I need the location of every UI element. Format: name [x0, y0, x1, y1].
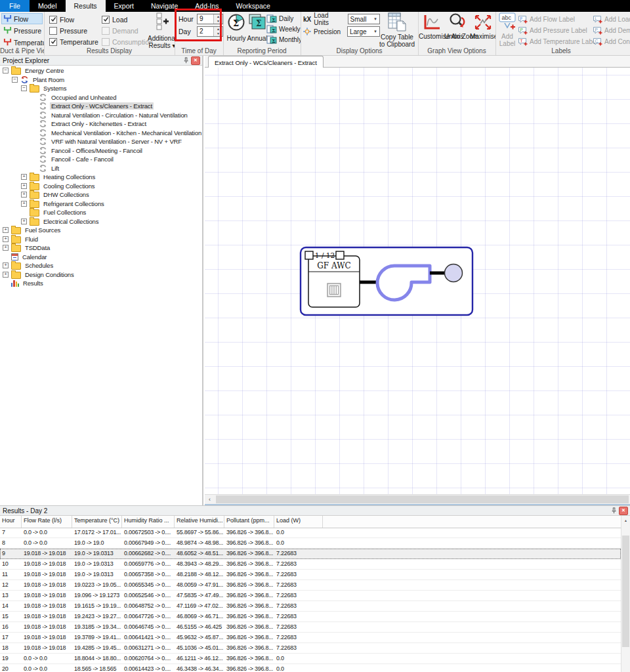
additional-results-button[interactable]: Additional Results ▾	[148, 12, 175, 49]
expander-minus-icon[interactable]: −	[12, 77, 18, 83]
table-row-hour-20[interactable]: 200.0 -> 0.018.565 -> 18.5650.00614423 -…	[0, 664, 621, 672]
tree-item-systems[interactable]: −Systems	[0, 84, 202, 93]
hour-stepper[interactable]: 9 ▲ ▼	[197, 14, 223, 24]
label-button-add-pressure-label[interactable]: PAdd Pressure Label	[518, 25, 598, 35]
project-explorer-close-button[interactable]: ✕	[191, 56, 200, 65]
schematic-canvas[interactable]: 1 / 12 GF AWC	[205, 68, 630, 494]
checkbox-flow[interactable]: Flow	[49, 14, 98, 24]
ribbon-tab-navigate[interactable]: Navigate	[142, 0, 186, 12]
tree-item-fuel-collections[interactable]: Fuel Collections	[0, 208, 202, 217]
table-row-hour-17[interactable]: 1719.018 -> 19.01819.3789 -> 19.41...0.0…	[0, 633, 621, 643]
checkbox-load[interactable]: Load	[102, 14, 153, 24]
system-schematic[interactable]: 1 / 12 GF AWC	[299, 245, 476, 318]
reporting-weekly-button[interactable]: ΣWeekly	[266, 24, 301, 34]
tree-item-plant-room[interactable]: −Plant Room	[0, 75, 202, 85]
label-button-add-flow-label[interactable]: FAdd Flow Label	[518, 14, 598, 24]
checkbox-demand[interactable]: Demand	[102, 26, 153, 35]
tree-item-tsddata[interactable]: +TSDData	[0, 243, 202, 253]
tree-item-fancoil-offices-meeting-fancoil[interactable]: Fancoil - Offices/Meeting - Fancoil	[0, 146, 202, 156]
ribbon-tab-add-ins[interactable]: Add-Ins	[186, 0, 227, 12]
tree-item-heating-collections[interactable]: +Heating Collections	[0, 173, 202, 182]
tree-item-schedules[interactable]: +Schedules	[0, 261, 202, 270]
day-spin-buttons[interactable]: ▲ ▼	[213, 27, 222, 36]
checkbox-consumption[interactable]: Consumption	[102, 37, 153, 47]
column-header-humidity-ratio[interactable]: Humidity Ratio ...	[122, 516, 175, 528]
expander-plus-icon[interactable]: +	[21, 219, 27, 224]
table-row-hour-9[interactable]: 919.018 -> 19.01819.0 -> 19.03130.006626…	[0, 549, 621, 559]
label-button-add-load-la[interactable]: LAdd Load La	[593, 14, 630, 24]
hour-spin-buttons[interactable]: ▲ ▼	[213, 14, 222, 24]
tree-item-occupied-and-unheated[interactable]: Occupied and Unheated	[0, 93, 202, 102]
ribbon-tab-workspace[interactable]: Workspace	[228, 0, 279, 12]
tree-item-fancoil-cafe-fancoil[interactable]: Fancoil - Cafe - Fancoil	[0, 155, 202, 164]
column-header-flow-rate-l-s[interactable]: Flow Rate (l/s)	[22, 516, 72, 528]
table-row-hour-18[interactable]: 1819.018 -> 19.01819.4285 -> 19.45...0.0…	[0, 643, 621, 654]
column-header-pollutant-ppm[interactable]: Pollutant (ppm...	[224, 516, 274, 528]
reporting-annual-button[interactable]: ΣAnnual	[247, 13, 268, 42]
spin-down-icon[interactable]: ▼	[214, 19, 222, 24]
expander-plus-icon[interactable]: +	[21, 201, 27, 207]
reporting-daily-button[interactable]: ΣDaily	[266, 14, 301, 24]
day-stepper[interactable]: 2 ▲ ▼	[197, 26, 223, 37]
tree-item-lift[interactable]: Lift	[0, 164, 202, 173]
table-row-hour-13[interactable]: 1319.018 -> 19.01819.096 -> 19.12730.006…	[0, 591, 621, 601]
table-row-hour-16[interactable]: 1619.018 -> 19.01819.3185 -> 19.34...0.0…	[0, 622, 621, 633]
checkbox-pressure[interactable]: Pressure	[49, 26, 98, 35]
table-row-hour-12[interactable]: 1219.018 -> 19.01819.0223 -> 19.05...0.0…	[0, 580, 621, 591]
label-button-add-temperature-label[interactable]: TAdd Temperature Label	[518, 36, 598, 47]
column-header-load-w[interactable]: Load (W)	[274, 516, 323, 528]
column-header-relative-humidi[interactable]: Relative Humidi...	[175, 516, 224, 528]
ribbon-tab-results[interactable]: Results	[66, 0, 106, 12]
expander-plus-icon[interactable]: +	[21, 174, 27, 180]
table-row-hour-10[interactable]: 1019.018 -> 19.01819.0 -> 19.03130.00659…	[0, 559, 621, 570]
pin-icon[interactable]	[183, 57, 189, 64]
tree-item-refrigerant-collections[interactable]: +Refrigerant Collections	[0, 200, 202, 209]
tree-item-extract-only-wcs-cleaners-extract[interactable]: Extract Only - WCs/Cleaners - Extract	[0, 102, 202, 111]
expander-plus-icon[interactable]: +	[3, 262, 9, 268]
graph-button-maximise[interactable]: Maximise	[470, 13, 495, 40]
ribbon-tab-model[interactable]: Model	[30, 0, 66, 12]
tree-item-calendar[interactable]: Calendar	[0, 253, 202, 262]
results-vertical-scrollbar[interactable]: ▲	[621, 516, 630, 672]
copy-table-button[interactable]: Copy Table to Clipboard	[378, 12, 416, 48]
duct-item-pressure[interactable]: Pressure	[1, 25, 43, 36]
column-header-temperature-c[interactable]: Temperature (°C)	[72, 516, 122, 528]
reporting-hourly-button[interactable]: ΣHourly	[226, 13, 247, 42]
column-header-hour[interactable]: Hour	[0, 516, 22, 528]
expander-minus-icon[interactable]: −	[21, 85, 27, 91]
duct-item-flow[interactable]: Flow	[1, 13, 43, 24]
expander-plus-icon[interactable]: +	[21, 183, 27, 189]
expander-plus-icon[interactable]: +	[3, 227, 9, 233]
tree-item-energy-centre[interactable]: −Energy Centre	[0, 66, 202, 75]
ribbon-tab-export[interactable]: Export	[106, 0, 142, 12]
expander-minus-icon[interactable]: −	[3, 68, 9, 74]
checkbox-box-consumption[interactable]	[102, 38, 110, 46]
ribbon-tab-file[interactable]: File	[0, 0, 30, 12]
load-units-select[interactable]: Small ▾	[348, 14, 380, 24]
table-row-hour-11[interactable]: 1119.018 -> 19.01819.0 -> 19.03130.00657…	[0, 570, 621, 580]
table-row-hour-14[interactable]: 1419.018 -> 19.01819.1615 -> 19.19...0.0…	[0, 601, 621, 612]
duct-item-temperature[interactable]: Temperature	[1, 37, 43, 48]
tree-item-design-conditions[interactable]: +Design Conditions	[0, 270, 202, 280]
tree-item-dhw-collections[interactable]: +DHW Collections	[0, 190, 202, 200]
checkbox-box-temperature[interactable]	[49, 38, 57, 46]
label-button-add-consur[interactable]: CAdd Consur	[593, 36, 630, 47]
expander-plus-icon[interactable]: +	[3, 245, 9, 251]
spin-up-icon[interactable]: ▲	[214, 14, 222, 19]
results-close-button[interactable]: ✕	[619, 507, 628, 515]
scroll-left-icon[interactable]: ‹	[205, 495, 215, 504]
tree-item-results[interactable]: Results	[0, 279, 202, 288]
graph-button-undo-zoom[interactable]: Undo Zoom	[444, 13, 470, 40]
spin-down-icon[interactable]: ▼	[214, 32, 222, 36]
tree-item-fluid[interactable]: +Fluid	[0, 235, 202, 244]
terminal-node[interactable]	[445, 264, 463, 282]
table-row-hour-19[interactable]: 190.0 -> 0.018.8044 -> 18.80...0.0062076…	[0, 654, 621, 664]
expander-plus-icon[interactable]: +	[3, 236, 9, 242]
tree-item-electrical-collections[interactable]: +Electrical Collections	[0, 217, 202, 226]
pin-icon[interactable]	[611, 507, 617, 514]
checkbox-box-load[interactable]	[102, 16, 110, 24]
tree-item-cooling-collections[interactable]: +Cooling Collections	[0, 182, 202, 191]
table-row-hour-8[interactable]: 80.0 -> 0.019.0 -> 19.00.00667949 -> 0..…	[0, 538, 621, 549]
reporting-monthly-button[interactable]: ΣMonthly	[266, 35, 301, 45]
component-checkbox-right[interactable]	[336, 251, 344, 259]
